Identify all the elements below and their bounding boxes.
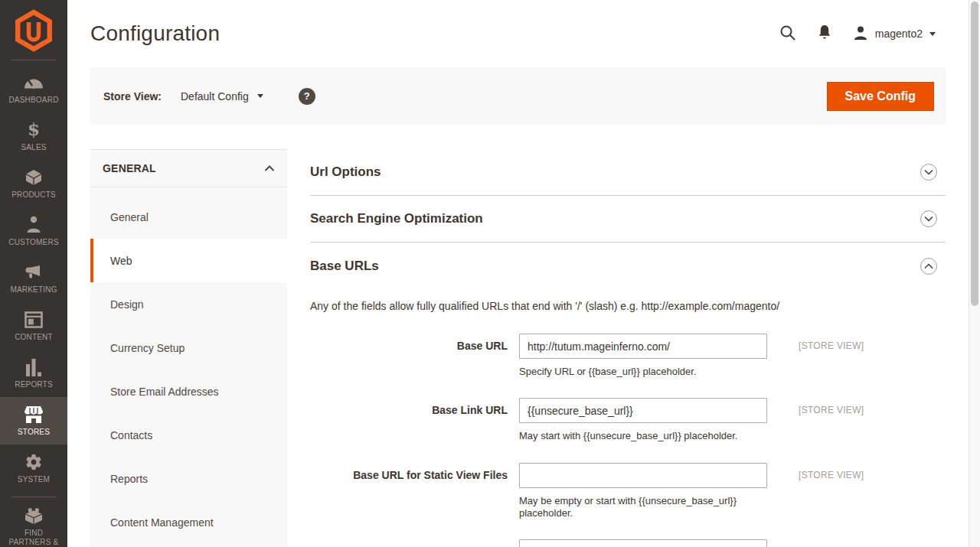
chevron-down-icon <box>257 94 263 98</box>
marketing-icon <box>24 263 43 282</box>
sidebar-divider <box>11 497 57 497</box>
field-note: May start with {{unsecure_base_url}} pla… <box>519 430 767 442</box>
content-area: GENERAL GeneralWebDesignCurrency SetupSt… <box>90 149 946 547</box>
config-nav-item-web[interactable]: Web <box>90 239 287 282</box>
config-nav-item-design[interactable]: Design <box>90 282 287 326</box>
base-url-for-user-media-files-input[interactable] <box>519 539 767 547</box>
field-scope: [STORE VIEW] <box>799 398 864 415</box>
field-label: Base URL for User Media Files <box>310 539 508 547</box>
base-urls-description: Any of the fields allow fully qualified … <box>310 300 946 312</box>
field-row-base-url: Base URLSpecify URL or {{base_url}} plac… <box>310 334 946 378</box>
sidebar-item-dashboard[interactable]: DASHBOARD <box>0 65 67 112</box>
field-control: May be empty or start with {{unsecure_ba… <box>519 463 767 520</box>
sidebar-item-content[interactable]: CONTENT <box>0 302 67 350</box>
base-link-url-input[interactable] <box>519 398 767 423</box>
sidebar-divider <box>11 60 57 60</box>
extensions-icon <box>24 506 44 525</box>
help-button[interactable]: ? <box>299 88 315 105</box>
base-urls-fields: Base URLSpecify URL or {{base_url}} plac… <box>310 334 946 547</box>
sidebar-item-sales[interactable]: $SALES <box>0 112 67 160</box>
bell-icon <box>818 24 831 43</box>
config-nav-item-contacts[interactable]: Contacts <box>90 413 287 457</box>
notifications-button[interactable] <box>818 24 831 43</box>
sidebar-item-label: CONTENT <box>15 333 53 342</box>
config-nav-item-label: Store Email Addresses <box>110 386 219 398</box>
field-row-base-url-for-user-media-files: Base URL for User Media Files[STORE VIEW… <box>310 539 946 547</box>
header-actions: magento2 <box>779 24 946 44</box>
config-nav-group-label: GENERAL <box>103 162 156 174</box>
sidebar-item-label: REPORTS <box>15 380 53 389</box>
config-nav-list: GeneralWebDesignCurrency SetupStore Emai… <box>90 187 287 544</box>
config-nav-item-reports[interactable]: Reports <box>90 457 287 500</box>
store-view-label: Store View: <box>103 90 162 103</box>
config-nav-item-currency-setup[interactable]: Currency Setup <box>90 326 287 370</box>
config-nav-group-general[interactable]: GENERAL <box>90 149 287 187</box>
save-config-button[interactable]: Save Config <box>827 82 934 111</box>
section-base-urls[interactable]: Base URLs <box>310 243 946 289</box>
magento-logo[interactable] <box>0 0 67 55</box>
store-view-switcher[interactable]: Default Config <box>181 90 263 103</box>
field-control: Specify URL or {{base_url}} placeholder. <box>519 334 767 378</box>
search-button[interactable] <box>779 24 796 44</box>
question-mark-icon: ? <box>304 90 310 102</box>
config-nav-item-store-email-addresses[interactable]: Store Email Addresses <box>90 370 287 413</box>
sidebar-item-label: CUSTOMERS <box>8 238 59 247</box>
config-nav-item-content-management[interactable]: Content Management <box>90 500 287 544</box>
sidebar-item-products[interactable]: PRODUCTS <box>0 160 67 207</box>
sidebar-item-stores[interactable]: STORES <box>0 397 67 444</box>
sidebar-item-reports[interactable]: REPORTS <box>0 350 67 397</box>
field-scope: [STORE VIEW] <box>799 539 864 547</box>
field-note: Specify URL or {{base_url}} placeholder. <box>519 366 767 378</box>
store-view-toolbar: Store View: Default Config ? Save Config <box>90 67 946 125</box>
chevron-down-circle-icon <box>920 210 937 227</box>
user-menu[interactable]: magento2 <box>853 25 936 43</box>
section-title: Url Options <box>310 164 381 180</box>
username: magento2 <box>875 28 923 40</box>
sidebar-item-label: MARKETING <box>10 285 57 295</box>
vertical-scrollbar[interactable] <box>969 0 980 547</box>
sidebar-item-marketing[interactable]: MARKETING <box>0 255 67 302</box>
config-nav-item-label: Reports <box>110 473 148 485</box>
field-control: May start with {{unsecure_base_url}} pla… <box>519 398 767 442</box>
config-nav-item-label: Currency Setup <box>110 342 185 354</box>
scrollbar-thumb[interactable] <box>971 2 978 306</box>
chevron-up-circle-icon <box>920 258 937 275</box>
svg-text:$: $ <box>28 121 40 139</box>
config-nav-item-general[interactable]: General <box>90 195 287 239</box>
base-urls-section-content: Any of the fields allow fully qualified … <box>310 289 946 547</box>
sidebar-item-label: SALES <box>21 143 46 152</box>
content-icon <box>24 311 43 329</box>
base-url-input[interactable] <box>519 334 767 359</box>
sidebar-item-system[interactable]: SYSTEM <box>0 444 67 492</box>
config-nav-item-label: Content Management <box>110 516 214 529</box>
sidebar-menu: DASHBOARD$SALESPRODUCTSCUSTOMERSMARKETIN… <box>0 65 67 547</box>
products-icon <box>24 168 43 187</box>
section-title: Search Engine Optimization <box>310 211 483 226</box>
sidebar-item-label: DASHBOARD <box>8 96 58 105</box>
store-view-value: Default Config <box>181 90 249 103</box>
section-title: Base URLs <box>310 259 379 274</box>
search-icon <box>779 24 796 44</box>
admin-sidebar: DASHBOARD$SALESPRODUCTSCUSTOMERSMARKETIN… <box>0 0 67 547</box>
config-nav-item-label: Web <box>110 255 132 267</box>
user-icon <box>853 25 868 43</box>
page: Configuration magento2 Store View <box>67 0 980 547</box>
sidebar-item-label: STORES <box>18 428 50 437</box>
page-header: Configuration magento2 <box>90 0 946 67</box>
sidebar-item-label: PRODUCTS <box>11 190 56 200</box>
config-nav-item-label: Design <box>110 298 144 311</box>
sales-icon: $ <box>25 121 42 139</box>
base-url-for-static-view-files-input[interactable] <box>519 463 767 488</box>
config-nav-panel: GENERAL GeneralWebDesignCurrency SetupSt… <box>90 149 287 547</box>
chevron-down-icon <box>929 32 936 36</box>
sidebar-item-find-partners-extensions[interactable]: FIND PARTNERS & EXTENSIONS <box>0 502 67 547</box>
section-search-engine-optimization[interactable]: Search Engine Optimization <box>310 196 946 243</box>
field-label: Base URL <box>310 334 508 353</box>
section-url-options[interactable]: Url Options <box>310 149 946 196</box>
sidebar-item-label: SYSTEM <box>18 475 50 484</box>
sidebar-item-customers[interactable]: CUSTOMERS <box>0 207 67 255</box>
field-note: May be empty or start with {{unsecure_ba… <box>519 495 767 520</box>
chevron-up-icon <box>264 161 275 175</box>
page-title: Configuration <box>90 21 220 46</box>
config-nav-item-label: Contacts <box>110 429 152 441</box>
